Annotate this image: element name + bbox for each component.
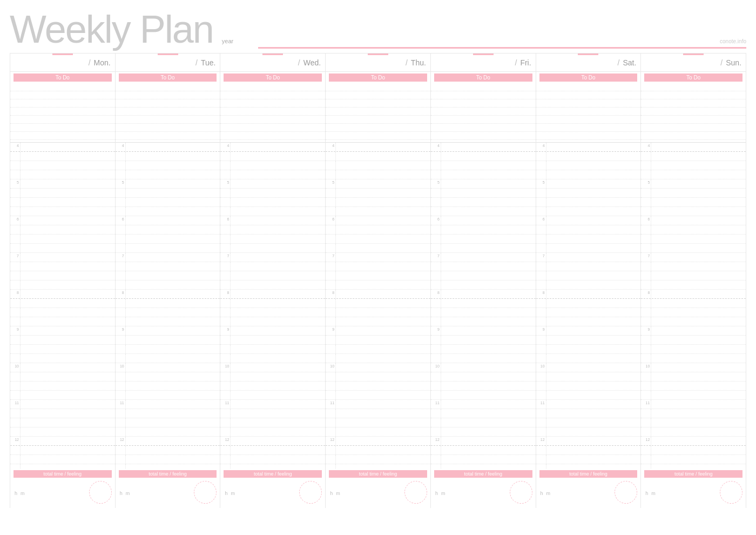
time-subcell[interactable] bbox=[230, 198, 325, 206]
time-subcell[interactable] bbox=[335, 336, 430, 344]
day-footer-5[interactable]: hm bbox=[536, 479, 641, 508]
time-subcell[interactable] bbox=[20, 427, 115, 436]
time-subcell[interactable] bbox=[125, 418, 220, 427]
time-subcell[interactable] bbox=[546, 225, 641, 234]
time-subcell[interactable] bbox=[546, 446, 641, 454]
feeling-circle-3[interactable] bbox=[404, 481, 427, 504]
time-subcell[interactable] bbox=[230, 409, 325, 418]
time-subcell[interactable] bbox=[441, 170, 536, 179]
time-subcell[interactable] bbox=[230, 207, 325, 216]
time-subcell[interactable] bbox=[546, 308, 641, 317]
time-subcell[interactable] bbox=[20, 152, 115, 160]
time-subcell[interactable] bbox=[20, 354, 115, 363]
time-subcell[interactable] bbox=[20, 161, 115, 170]
time-cell[interactable] bbox=[441, 363, 536, 372]
time-cell[interactable] bbox=[230, 179, 325, 188]
time-subcell[interactable] bbox=[20, 170, 115, 179]
time-subcell[interactable] bbox=[125, 354, 220, 363]
time-subcell[interactable] bbox=[20, 271, 115, 280]
time-subcell[interactable] bbox=[125, 299, 220, 307]
time-cell[interactable] bbox=[441, 326, 536, 335]
time-subcell[interactable] bbox=[441, 455, 536, 464]
time-subcell[interactable] bbox=[651, 271, 746, 280]
time-cell[interactable] bbox=[651, 143, 746, 151]
time-subcell[interactable] bbox=[335, 198, 430, 206]
time-subcell[interactable] bbox=[230, 152, 325, 160]
time-cell[interactable] bbox=[651, 179, 746, 188]
time-subcell[interactable] bbox=[441, 235, 536, 243]
time-subcell[interactable] bbox=[441, 207, 536, 216]
notes-area-0[interactable] bbox=[10, 83, 115, 143]
time-subcell[interactable] bbox=[335, 317, 430, 326]
time-subcell[interactable] bbox=[651, 418, 746, 427]
time-subcell[interactable] bbox=[335, 391, 430, 399]
time-cell[interactable] bbox=[125, 326, 220, 335]
time-subcell[interactable] bbox=[125, 271, 220, 280]
time-subcell[interactable] bbox=[20, 372, 115, 381]
time-cell[interactable] bbox=[335, 216, 430, 225]
time-subcell[interactable] bbox=[230, 455, 325, 464]
time-subcell[interactable] bbox=[230, 189, 325, 197]
time-subcell[interactable] bbox=[335, 372, 430, 381]
time-subcell[interactable] bbox=[125, 345, 220, 353]
time-subcell[interactable] bbox=[546, 345, 641, 353]
time-subcell[interactable] bbox=[546, 207, 641, 216]
time-subcell[interactable] bbox=[125, 235, 220, 243]
time-subcell[interactable] bbox=[441, 427, 536, 436]
time-subcell[interactable] bbox=[335, 446, 430, 454]
time-cell[interactable] bbox=[20, 400, 115, 409]
time-subcell[interactable] bbox=[546, 317, 641, 326]
time-subcell[interactable] bbox=[20, 299, 115, 307]
time-subcell[interactable] bbox=[230, 427, 325, 436]
time-subcell[interactable] bbox=[441, 161, 536, 170]
time-cell[interactable] bbox=[335, 179, 430, 188]
time-cell[interactable] bbox=[230, 363, 325, 372]
time-subcell[interactable] bbox=[441, 317, 536, 326]
notes-area-4[interactable] bbox=[431, 83, 536, 143]
time-subcell[interactable] bbox=[230, 299, 325, 307]
time-subcell[interactable] bbox=[441, 345, 536, 353]
time-cell[interactable] bbox=[335, 143, 430, 151]
time-subcell[interactable] bbox=[20, 308, 115, 317]
time-subcell[interactable] bbox=[20, 244, 115, 252]
time-cell[interactable] bbox=[125, 143, 220, 151]
time-subcell[interactable] bbox=[441, 299, 536, 307]
time-subcell[interactable] bbox=[230, 446, 325, 454]
time-cell[interactable] bbox=[230, 437, 325, 445]
time-subcell[interactable] bbox=[441, 464, 536, 469]
time-subcell[interactable] bbox=[546, 391, 641, 399]
time-cell[interactable] bbox=[335, 400, 430, 409]
time-subcell[interactable] bbox=[651, 409, 746, 418]
time-cell[interactable] bbox=[651, 326, 746, 335]
time-cell[interactable] bbox=[546, 179, 641, 188]
time-subcell[interactable] bbox=[441, 308, 536, 317]
day-footer-4[interactable]: hm bbox=[431, 479, 536, 508]
time-subcell[interactable] bbox=[546, 382, 641, 390]
time-subcell[interactable] bbox=[230, 225, 325, 234]
time-subcell[interactable] bbox=[20, 189, 115, 197]
time-cell[interactable] bbox=[125, 400, 220, 409]
time-cell[interactable] bbox=[335, 437, 430, 445]
time-subcell[interactable] bbox=[651, 207, 746, 216]
time-subcell[interactable] bbox=[651, 446, 746, 454]
time-cell[interactable] bbox=[546, 400, 641, 409]
time-subcell[interactable] bbox=[20, 382, 115, 390]
time-subcell[interactable] bbox=[651, 225, 746, 234]
time-cell[interactable] bbox=[230, 290, 325, 298]
time-cell[interactable] bbox=[230, 326, 325, 335]
time-subcell[interactable] bbox=[546, 271, 641, 280]
time-subcell[interactable] bbox=[125, 161, 220, 170]
time-subcell[interactable] bbox=[546, 409, 641, 418]
time-subcell[interactable] bbox=[335, 354, 430, 363]
time-subcell[interactable] bbox=[125, 427, 220, 436]
time-subcell[interactable] bbox=[125, 152, 220, 160]
feeling-circle-0[interactable] bbox=[89, 481, 112, 504]
time-subcell[interactable] bbox=[651, 235, 746, 243]
time-cell[interactable] bbox=[335, 326, 430, 335]
time-subcell[interactable] bbox=[546, 336, 641, 344]
time-cell[interactable] bbox=[230, 216, 325, 225]
time-subcell[interactable] bbox=[335, 382, 430, 390]
time-cell[interactable] bbox=[335, 363, 430, 372]
time-subcell[interactable] bbox=[546, 189, 641, 197]
time-cell[interactable] bbox=[546, 363, 641, 372]
